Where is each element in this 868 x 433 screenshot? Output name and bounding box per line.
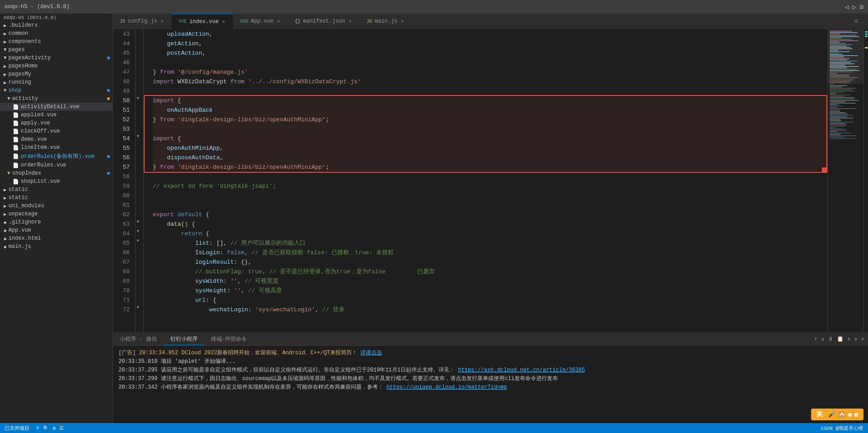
- pause-icon[interactable]: ⏸: [828, 336, 833, 343]
- sidebar-item-shop[interactable]: ▼ shop: [0, 86, 113, 95]
- refresh-icon[interactable]: ↺: [821, 336, 824, 343]
- split-editor-icon[interactable]: ⊡: [854, 18, 858, 25]
- folder-icon: ▶: [4, 187, 7, 193]
- sidebar-item-pagesmy[interactable]: ▶ pagesMy: [0, 70, 113, 78]
- nav-back-icon[interactable]: ◁: [845, 3, 849, 11]
- fold-icon-62[interactable]: ▼: [137, 219, 139, 224]
- bottom-tab-weixin[interactable]: 小程序 - 微信: [113, 333, 164, 345]
- tab-close-appvue[interactable]: ✕: [276, 18, 281, 24]
- tab-icon: {}: [295, 19, 300, 24]
- sidebar-item-components[interactable]: ▶ components: [0, 38, 113, 46]
- sidebar-item-pagesactivity[interactable]: ▼ pagesActivity: [0, 54, 113, 62]
- sidebar-item-indexhtml[interactable]: ◆ index.html: [0, 234, 113, 243]
- fold-icon-64[interactable]: ▼: [137, 238, 139, 243]
- status-menu-icon[interactable]: ≡: [36, 425, 39, 431]
- code-line-55: openAuthMiniApp,: [153, 143, 827, 153]
- fold-gutter: ▼ ▼ ▼ ▼ ▼ ▼: [136, 29, 144, 333]
- sidebar-item-orderrulesbackup[interactable]: 📄 orderRules(备份有用).vue: [0, 152, 113, 161]
- sidebar-item-appvue[interactable]: ◆ App.vue: [0, 226, 113, 234]
- sidebar-item-lineitem[interactable]: 📄 lineItem.vue: [0, 143, 113, 152]
- sidebar-title: AOQU-H5 (DEV1.0.0): [0, 14, 113, 21]
- title-bar-icons: ◁ ▷ ⊡: [845, 3, 863, 11]
- code-line-64: return {: [153, 229, 827, 238]
- line-num-70: 70: [113, 286, 130, 295]
- window-control-icon[interactable]: ⊡: [860, 3, 863, 11]
- folder-icon: ▶: [4, 63, 7, 69]
- status-right: CSDN @我是开心呀: [821, 425, 863, 432]
- sidebar-item-applied[interactable]: 📄 applied.vue: [0, 111, 113, 119]
- sidebar-item-unpackage[interactable]: ▶ unpackage: [0, 210, 113, 218]
- bottom-tab-terminal[interactable]: 终端-外部命令: [204, 333, 254, 345]
- tab-mainjs[interactable]: JS main.js ✕: [360, 14, 412, 29]
- sidebar-item-builderx[interactable]: ▶ .builderx: [0, 21, 113, 29]
- sidebar-item-mainjs[interactable]: ◆ main.js: [0, 243, 113, 251]
- nav-forward-icon[interactable]: ▷: [852, 3, 856, 11]
- tab-icon: JS: [120, 19, 125, 24]
- expand-icon[interactable]: ⬆: [814, 336, 817, 343]
- code-line-60: [153, 191, 827, 200]
- chevron-up-icon[interactable]: ∧: [847, 336, 850, 343]
- tab-configjs[interactable]: JS config.js ✕: [113, 14, 172, 29]
- sidebar-item-label: shopIndex: [12, 170, 42, 176]
- sidebar-item-running[interactable]: ▶ running: [0, 78, 113, 86]
- sidebar-item-gitignore[interactable]: ◆ .gitignore: [0, 218, 113, 226]
- code-line-70: sysHeight: '', // 可视高度: [153, 286, 827, 295]
- sidebar-item-static2[interactable]: ▶ static: [0, 194, 113, 202]
- dot-indicator: [107, 57, 110, 59]
- status-settings-icon[interactable]: ⚙: [53, 425, 56, 431]
- sidebar-item-pageshome[interactable]: ▶ pagesHome: [0, 62, 113, 70]
- line-num-48: 48: [113, 77, 130, 86]
- code-line-59: // export dd form 'dingtalk-jsapi';: [153, 181, 827, 191]
- folder-icon: ▶: [4, 211, 7, 217]
- tab-close-configjs[interactable]: ✕: [160, 18, 165, 24]
- sidebar-item-static[interactable]: ▶ static: [0, 186, 113, 194]
- bottom-tab-dingtalk[interactable]: 钉钉小程序: [164, 333, 204, 345]
- code-content[interactable]: uploadAction, getAction, postAction,: [144, 29, 827, 333]
- tab-close-mainjs[interactable]: ✕: [400, 18, 405, 24]
- status-left: 已关闭项目 ≡ 🔍 ⚙ ☰: [5, 425, 64, 432]
- sidebar-item-shoplist[interactable]: 📄 shopList.vue: [0, 177, 113, 186]
- line-num-62: 62: [113, 210, 130, 219]
- code-line-56: disposeAuthData,: [153, 153, 827, 162]
- file-icon: 📄: [13, 112, 19, 118]
- sidebar-item-pages[interactable]: ▼ pages: [0, 46, 113, 54]
- tab-close-indexvue[interactable]: ✕: [222, 19, 226, 25]
- sidebar-item-unimodules[interactable]: ▶ uni_modules: [0, 202, 113, 210]
- sidebar-item-demo[interactable]: 📄 demo.vue: [0, 135, 113, 143]
- fold-icon-63[interactable]: ▼: [137, 229, 139, 234]
- sidebar-item-label: demo.vue: [21, 136, 47, 143]
- code-line-67: loginResult: {},: [153, 257, 827, 267]
- chevron-down-icon[interactable]: ∨: [854, 336, 858, 343]
- code-line-57: } from 'dingtalk-design-libs/biz/openAut…: [153, 162, 827, 172]
- tab-icon: VUE: [240, 19, 248, 24]
- tabs-right-icons: ⊡ …: [854, 14, 868, 29]
- tab-indexvue[interactable]: VUE index.vue ✕: [172, 14, 233, 29]
- floating-widget[interactable]: 英· 🎤 🏠 ▣ ▦: [811, 409, 863, 420]
- code-line-68: // buttonFlag: true, // 是不是已经登录,否为true；是…: [153, 267, 827, 276]
- sidebar-item-shopindex[interactable]: ▼ shopIndex: [0, 169, 113, 177]
- tab-manifestjson[interactable]: {} manifest.json ✕: [288, 14, 360, 29]
- sidebar-item-apply[interactable]: 📄 apply.vue: [0, 119, 113, 127]
- more-icon[interactable]: …: [861, 18, 864, 25]
- tab-appvue[interactable]: VUE App.vue ✕: [233, 14, 288, 29]
- sidebar-item-activity[interactable]: ▼ activity: [0, 95, 113, 103]
- sidebar-item-common[interactable]: ▶ common: [0, 29, 113, 38]
- terminal-ad-link[interactable]: 详请点击: [360, 350, 382, 356]
- status-project: 已关闭项目: [5, 425, 29, 432]
- status-list-icon[interactable]: ☰: [59, 425, 64, 431]
- terminal-link-1[interactable]: https://ask.dcloud.net.cn/article/36385: [458, 367, 585, 373]
- tab-close-manifestjson[interactable]: ✕: [348, 18, 353, 24]
- output-icon[interactable]: 📋: [837, 336, 844, 343]
- status-search-icon[interactable]: 🔍: [43, 425, 49, 431]
- sidebar-item-clockoff[interactable]: 📄 clockOff.vue: [0, 127, 113, 135]
- title-bar-text: aoqu-h5 - (dev1.0.0): [5, 4, 70, 10]
- fold-icon-50[interactable]: ▼: [137, 96, 139, 101]
- line-num-66: 66: [113, 248, 130, 257]
- sidebar-item-orderrules[interactable]: 📄 orderRules.vue: [0, 161, 113, 169]
- status-icons[interactable]: ≡ 🔍 ⚙ ☰: [36, 425, 64, 431]
- fold-icon-71[interactable]: ▼: [137, 305, 139, 310]
- sidebar-item-activitydetail[interactable]: 📄 activityDetail.vue: [0, 103, 113, 111]
- fold-icon-54[interactable]: ▼: [137, 134, 139, 139]
- close-panel-icon[interactable]: ✕: [861, 336, 864, 343]
- terminal-link-2[interactable]: https://uniapp.dcloud.io/matter?id=mp: [387, 384, 507, 390]
